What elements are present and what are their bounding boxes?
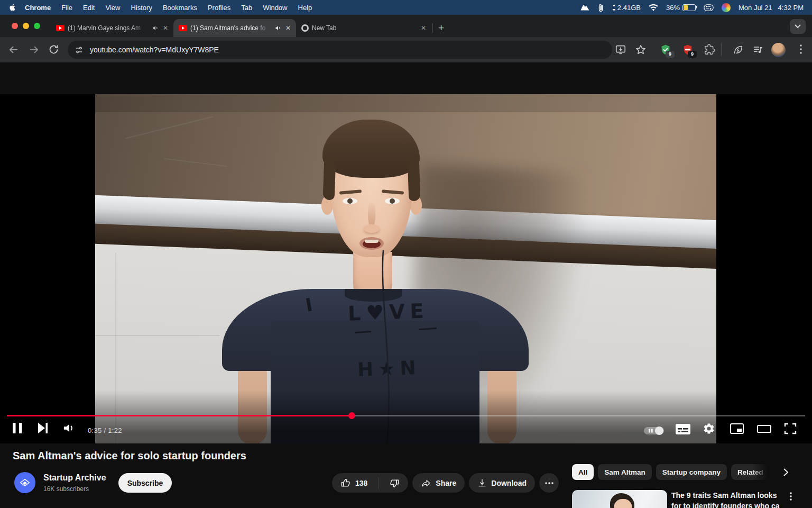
next-icon xyxy=(38,423,49,433)
youtube-favicon xyxy=(179,25,187,31)
back-icon[interactable] xyxy=(7,43,20,56)
tab-sam-altman[interactable]: (1) Sam Altman's advice fo ✕ xyxy=(173,19,296,37)
media-controls-icon[interactable] xyxy=(752,44,763,55)
autoplay-toggle[interactable] xyxy=(644,427,664,435)
subscriber-count: 16K subscribers xyxy=(43,485,89,493)
extensions-puzzle-icon[interactable] xyxy=(704,44,715,55)
bookmark-star-icon[interactable] xyxy=(635,44,647,56)
download-button[interactable]: Download xyxy=(469,473,535,493)
extension-red-shield-icon[interactable]: 9 xyxy=(682,44,694,56)
menubar-clock[interactable]: 4:32 PM xyxy=(778,4,804,12)
theater-mode-button[interactable] xyxy=(757,425,771,433)
menu-profiles[interactable]: Profiles xyxy=(202,4,236,12)
gear-icon xyxy=(703,422,715,435)
subscribe-button[interactable]: Subscribe xyxy=(118,473,172,493)
user-switcher-icon[interactable] xyxy=(722,3,731,12)
pause-button[interactable] xyxy=(13,423,22,433)
autoplay-toggle-icon xyxy=(644,427,664,435)
extension-badge: 9 xyxy=(666,51,675,58)
settings-button[interactable] xyxy=(703,422,715,435)
tab-audio-icon[interactable] xyxy=(152,25,159,31)
chips-scroll-right-button[interactable] xyxy=(778,464,793,480)
minimize-window-button[interactable] xyxy=(23,23,29,29)
dislike-button[interactable] xyxy=(383,478,408,488)
battery-indicator[interactable]: 36% xyxy=(666,4,696,12)
tab-new-tab[interactable]: New Tab ✕ xyxy=(296,19,431,37)
menu-window[interactable]: Window xyxy=(257,4,292,12)
tab-close-icon[interactable]: ✕ xyxy=(284,24,292,32)
next-button[interactable] xyxy=(38,423,49,433)
battery-icon xyxy=(682,4,696,11)
chip-startup-company[interactable]: Startup company xyxy=(656,464,727,480)
recommended-thumbnail[interactable] xyxy=(572,490,667,508)
chip-sam-altman[interactable]: Sam Altman xyxy=(598,464,652,480)
channel-logo-icon xyxy=(19,477,31,488)
chip-all[interactable]: All xyxy=(572,464,594,480)
channel-avatar[interactable] xyxy=(14,472,35,493)
browser-toolbar: youtube.com/watch?v=MdUxyY7W8PE 9 9 xyxy=(0,37,812,62)
memory-indicator[interactable]: 2.41GB xyxy=(612,4,641,12)
share-button[interactable]: Share xyxy=(412,473,465,493)
menu-chrome[interactable]: Chrome xyxy=(20,4,56,12)
like-count: 138 xyxy=(355,479,367,487)
reload-icon[interactable] xyxy=(48,44,59,55)
apple-icon[interactable] xyxy=(8,3,16,12)
url-text[interactable]: youtube.com/watch?v=MdUxyY7W8PE xyxy=(90,46,219,54)
tab-audio-icon[interactable] xyxy=(275,25,281,31)
video-player[interactable]: I L♥VE H★N xyxy=(0,94,812,443)
subtitles-icon xyxy=(676,424,690,434)
progress-played xyxy=(7,415,352,416)
screen: Chrome File Edit View History Bookmarks … xyxy=(0,0,812,508)
energy-saver-leaf-icon[interactable] xyxy=(732,44,744,56)
chip-related[interactable]: Related xyxy=(731,464,770,480)
menu-bookmarks[interactable]: Bookmarks xyxy=(158,4,202,12)
site-settings-icon[interactable] xyxy=(75,46,84,55)
fullscreen-button[interactable] xyxy=(784,423,797,434)
extension-green-shield-icon[interactable]: 9 xyxy=(660,44,671,56)
tab-title: New Tab xyxy=(312,24,417,32)
menu-edit[interactable]: Edit xyxy=(78,4,100,12)
close-window-button[interactable] xyxy=(12,23,18,29)
tab-marvin-gaye[interactable]: (1) Marvin Gaye sings Am ✕ xyxy=(51,19,173,37)
subtitles-button[interactable] xyxy=(676,424,690,434)
chrome-favicon xyxy=(301,24,309,32)
tab-search-button[interactable] xyxy=(790,19,806,34)
tab-title: (1) Sam Altman's advice fo xyxy=(190,24,272,32)
channel-name[interactable]: Startup Archive xyxy=(43,473,106,483)
address-bar[interactable]: youtube.com/watch?v=MdUxyY7W8PE xyxy=(68,41,612,59)
menu-history[interactable]: History xyxy=(125,4,157,12)
control-center-icon[interactable] xyxy=(704,4,714,11)
install-app-icon[interactable] xyxy=(615,44,626,56)
menubar-date[interactable]: Mon Jul 21 xyxy=(739,4,772,12)
forward-icon[interactable] xyxy=(27,43,40,56)
mountain-app-icon[interactable] xyxy=(580,4,590,11)
wifi-icon[interactable] xyxy=(649,4,658,11)
new-tab-button[interactable]: + xyxy=(434,19,448,37)
tab-close-icon[interactable]: ✕ xyxy=(162,24,169,32)
recommended-title[interactable]: The 9 traits Sam Altman looks for to ide… xyxy=(671,491,782,508)
volume-button[interactable] xyxy=(62,422,75,434)
miniplayer-button[interactable] xyxy=(730,423,744,434)
chevron-down-icon xyxy=(795,24,801,29)
menu-file[interactable]: File xyxy=(56,4,78,12)
youtube-masthead: YouTube CH Create 1 A xyxy=(0,62,812,94)
toolbar-divider xyxy=(721,43,722,56)
menu-view[interactable]: View xyxy=(100,4,125,12)
menu-help[interactable]: Help xyxy=(293,4,318,12)
progress-bar[interactable] xyxy=(7,415,805,416)
paperclip-icon[interactable] xyxy=(598,3,604,12)
more-actions-button[interactable] xyxy=(539,473,559,493)
share-icon xyxy=(421,478,431,488)
like-button[interactable]: 138 xyxy=(332,478,374,488)
tab-strip: (1) Marvin Gaye sings Am ✕ (1) Sam Altma… xyxy=(0,15,812,37)
tab-close-icon[interactable]: ✕ xyxy=(420,24,427,32)
chevron-right-icon xyxy=(783,468,788,476)
recommended-menu-icon[interactable] xyxy=(790,492,792,501)
download-icon xyxy=(477,478,487,488)
profile-avatar[interactable] xyxy=(771,43,786,57)
thumb-up-icon xyxy=(340,478,351,488)
menu-tab[interactable]: Tab xyxy=(236,4,257,12)
browser-menu-icon[interactable] xyxy=(796,44,806,55)
zoom-window-button[interactable] xyxy=(34,23,40,29)
miniplayer-icon xyxy=(730,423,744,434)
